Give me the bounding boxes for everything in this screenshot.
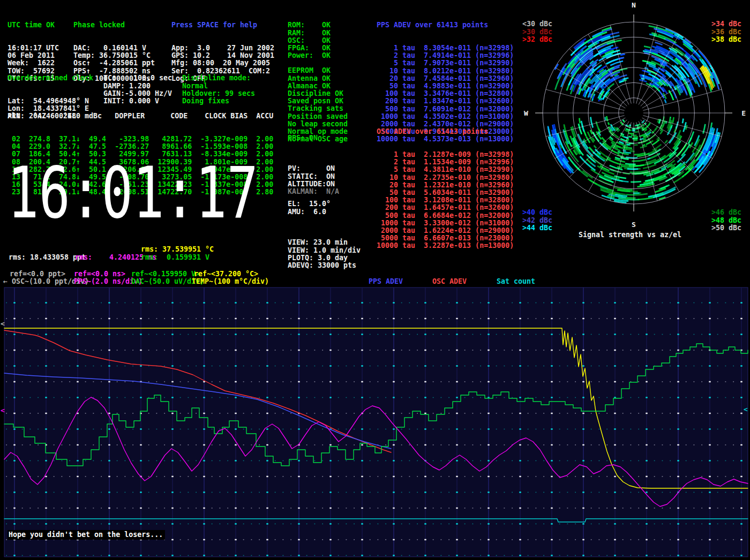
text-line: Normal xyxy=(182,82,255,90)
rms-dac: rms: 0.159931 V xyxy=(141,254,209,261)
text-line: EEPROM OK xyxy=(288,67,348,74)
receiver-status-lines: EEPROM OKAntenna OKAlmanac OKDiscipline … xyxy=(288,67,348,143)
text-line: 10 tau 2.2735e-010 (n=32980) xyxy=(377,174,514,181)
text-line: >46 dBc xyxy=(711,209,741,216)
text-line: ROM: OK xyxy=(288,21,331,29)
text-line: Antenna OK xyxy=(288,75,348,82)
osc-adev-rows: 1 tau 2.1287e-009 (n=32998) 2 tau 1.1534… xyxy=(377,151,514,250)
text-line: 1 tau 2.1287e-009 (n=32998) xyxy=(377,151,514,158)
text-line: 20 tau 1.2321e-010 (n=32960) xyxy=(377,181,514,189)
text-line: >32 dBc xyxy=(522,36,552,43)
text-line: 1000 tau 3.3300e-012 (n=31000) xyxy=(377,220,514,227)
text-line: >44 dBc xyxy=(522,224,552,232)
text-line: >36 dBc xyxy=(711,28,741,36)
text-line: 06 Feb 2011 xyxy=(8,52,59,59)
satellite-table-header: PRN °AZ °EL dBc DOPPLER CODE CLOCK BIAS … xyxy=(8,112,273,120)
status-message: Hope you didn't bet on the losers... xyxy=(8,530,165,540)
dbc-legend-bottom-right: >46 dBc>48 dBc>50 dBc xyxy=(711,194,741,247)
text-line: 07 186.4 50.4↑ 50.3 2499.97 7631.13 -8.3… xyxy=(8,150,273,158)
text-line: 2 tau 1.1534e-009 (n=32996) xyxy=(377,158,514,166)
text-line: EL: 15.0° xyxy=(288,200,331,208)
compass-west-label: W xyxy=(524,109,528,117)
dbc-legend-br-lines: >46 dBc>48 dBc>50 dBc xyxy=(711,209,741,232)
text-line: 04 229.0 32.7↓ 47.5 -2736.27 8961.66 -1.… xyxy=(8,143,273,150)
text-line: 5 tau 4.3811e-010 (n=32990) xyxy=(377,166,514,173)
text-line: >40 dBc xyxy=(522,209,552,216)
big-clock-digits: 16:01:17 xyxy=(8,161,258,223)
help-hint: Press SPACE for help xyxy=(171,21,274,29)
dbc-legend-tl-lines: <30 dBc>30 dBc>32 dBc xyxy=(522,20,552,43)
text-line: ADEVQ: 33000 pts xyxy=(288,262,361,269)
text-line: Saved posn OK xyxy=(288,97,348,105)
text-line: 10000 tau 3.2287e-013 (n=13000) xyxy=(377,242,514,249)
compass-north-label: N xyxy=(632,1,636,9)
text-line: TC: 100.0 sec xyxy=(103,74,172,82)
trace-edge-marker: < xyxy=(744,405,748,413)
view-lines: VIEW: 23.0 minVIEW: 1.0 min/divPLOTQ: 3.… xyxy=(288,239,361,269)
trace-edge-marker: < xyxy=(1,406,5,414)
legend-osc-adev[interactable]: OSC ADEV xyxy=(432,278,467,285)
text-line: 200 tau 1.6457e-011 (n=32600) xyxy=(377,204,514,211)
text-line: <30 dBc xyxy=(522,20,552,28)
big-digital-clock: 16:01:17 xyxy=(5,161,273,223)
text-line: >38 dBc xyxy=(711,36,741,43)
legend-pps-adev[interactable]: PPS ADEV xyxy=(369,278,403,285)
text-line: GAIN:-5.000 Hz/V xyxy=(103,90,172,97)
text-line: 2000 tau 1.6224e-012 (n=29000) xyxy=(377,227,514,234)
text-line: GPS: 10.2 14 Nov 2001 xyxy=(171,52,274,59)
dbc-legend-top-left: <30 dBc>30 dBc>32 dBc xyxy=(522,5,552,58)
pps-state: PPS: ON xyxy=(288,134,318,142)
text-line: Temp: 36.750015 °C xyxy=(73,52,155,59)
text-line: Holdover: 99 secs xyxy=(182,90,255,97)
text-line: >34 dBc xyxy=(711,20,741,28)
text-line: 50 tau 5.6034e-011 (n=32900) xyxy=(377,189,514,196)
position-header: Overdetermined clock xyxy=(8,74,93,82)
text-line: 10 tau 8.0212e-011 (n=32980) xyxy=(377,67,514,75)
text-line: VIEW: 1.0 min/div xyxy=(288,247,361,254)
mask-lines: EL: 15.0°AMU: 6.0 xyxy=(288,200,331,215)
compass-south-label: S xyxy=(632,221,636,229)
text-line: 5 tau 7.9073e-011 (n=32990) xyxy=(377,59,514,67)
azel-grid xyxy=(535,14,732,211)
legend-temp-scale: TEMP~(100 m°C/div) xyxy=(192,278,269,285)
text-line: 20 tau 7.4584e-011 (n=32960) xyxy=(377,75,514,82)
text-line: >30 dBc xyxy=(522,28,552,36)
legend-sat-count[interactable]: Sat count xyxy=(497,278,535,285)
text-line: Discipline mode: xyxy=(182,74,255,82)
text-line: 100 tau 3.1208e-011 (n=32800) xyxy=(377,196,514,204)
utc-status-header: UTC time OK xyxy=(8,21,59,29)
text-line: AMU: 6.0 xyxy=(288,208,331,216)
pps-adev-header: PPS ADEV over 61413 points xyxy=(377,21,514,29)
text-line: PLOTQ: 3.0 day xyxy=(288,254,361,262)
polar-caption: Signal strength vs az/el xyxy=(579,231,681,239)
text-line: 5000 tau 6.6607e-013 (n=23000) xyxy=(377,234,514,242)
text-line: 2 tau 7.4914e-011 (n=32996) xyxy=(377,52,514,59)
text-line: App: 3.0 27 Jun 2002 xyxy=(171,44,274,52)
dbc-legend-bl-lines: >40 dBc>42 dBc>44 dBc xyxy=(522,209,552,232)
receiver-status-panel: EEPROM OKAntenna OKAlmanac OKDiscipline … xyxy=(288,52,348,158)
text-line: DAC: 0.160141 V xyxy=(73,44,155,52)
trace-edge-marker: < xyxy=(1,320,5,328)
text-line: 1 tau 8.3054e-011 (n=32998) xyxy=(377,44,514,52)
osc-adev-header: OSC ADEV over 61413 points xyxy=(377,128,514,135)
text-line: No leap second xyxy=(288,120,348,128)
text-line: Discipline OK xyxy=(288,90,348,97)
strip-chart[interactable]: <<< xyxy=(0,287,750,560)
lady-heather-console: UTC time OK 16:01:17 UTC06 Feb 2011Week:… xyxy=(0,0,750,560)
text-line: DAMP: 1.200 xyxy=(103,82,172,90)
text-line: >48 dBc xyxy=(711,217,741,224)
phase-status-header: Phase locked xyxy=(73,21,155,29)
text-line: 16:01:17 UTC xyxy=(8,44,59,52)
text-line: 02 274.8 37.1↓ 49.4 -323.98 4281.72 -3.3… xyxy=(8,135,273,143)
text-line: >42 dBc xyxy=(522,217,552,224)
text-line: Position saved xyxy=(288,113,348,120)
text-line: Almanac OK xyxy=(288,82,348,90)
text-line: 200 tau 1.8347e-011 (n=32600) xyxy=(377,97,514,105)
text-line: STATIC: ON xyxy=(288,173,339,180)
text-line: RAM: OK xyxy=(288,29,331,37)
osc-adev-table: OSC ADEV over 61413 points 1 tau 2.1287e… xyxy=(377,113,514,265)
text-line: Tracking sats xyxy=(288,105,348,112)
text-line: VIEW: 23.0 min xyxy=(288,239,361,246)
rms-osc: rms: 18.433058 ppt xyxy=(9,254,86,261)
text-line: 500 tau 7.6091e-012 (n=32000) xyxy=(377,105,514,113)
